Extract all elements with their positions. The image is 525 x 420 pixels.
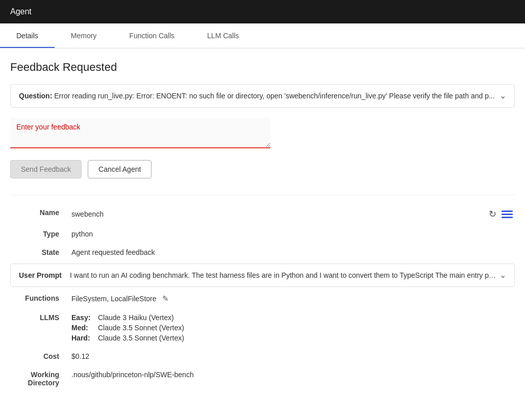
state-value: Agent requested feedback	[71, 248, 515, 256]
action-buttons: Send Feedback Cancel Agent	[10, 160, 515, 178]
working-dir-label: Working Directory	[10, 371, 71, 387]
app-header: Agent	[0, 0, 525, 23]
user-prompt-box[interactable]: User Prompt I want to run an AI coding b…	[10, 264, 515, 287]
user-prompt-text: I want to run an AI coding benchmark. Th…	[70, 271, 499, 279]
name-actions: ↻	[489, 208, 513, 220]
detail-functions-row: Functions FileSystem, LocalFileStore ✎	[10, 289, 515, 308]
feedback-input[interactable]	[10, 118, 270, 148]
detail-state-row: State Agent requested feedback	[10, 243, 515, 261]
refresh-icon[interactable]: ↻	[489, 208, 496, 220]
question-label: Question:	[19, 92, 52, 100]
name-value-container: swebench ↻	[71, 208, 515, 220]
name-label: Name	[10, 208, 71, 217]
llm-easy-label: Easy:	[71, 313, 94, 322]
llm-hard-row: Hard: Claude 3.5 Sonnet (Vertex)	[71, 334, 515, 342]
tab-bar: Details Memory Function Calls LLM Calls	[0, 23, 525, 48]
llm-easy-value: Claude 3 Haiku (Vertex)	[98, 313, 174, 322]
tab-function-calls[interactable]: Function Calls	[113, 23, 191, 48]
detail-llms-row: LLMS Easy: Claude 3 Haiku (Vertex) Med: …	[10, 308, 515, 347]
detail-type-row: Type python	[10, 225, 515, 243]
tab-details[interactable]: Details	[0, 23, 55, 48]
send-feedback-button[interactable]: Send Feedback	[10, 160, 82, 178]
user-prompt-content: User Prompt I want to run an AI coding b…	[19, 271, 499, 279]
llm-med-row: Med: Claude 3.5 Sonnet (Vertex)	[71, 324, 515, 332]
menu-lines-icon[interactable]	[502, 211, 513, 218]
functions-value: FileSystem, LocalFileStore ✎	[71, 294, 515, 303]
edit-functions-icon[interactable]: ✎	[162, 294, 169, 303]
cost-value: $0.12	[71, 352, 515, 360]
app-title: Agent	[10, 7, 32, 16]
llms-label: LLMS	[10, 313, 71, 322]
user-prompt-chevron-icon: ⌄	[499, 271, 506, 279]
type-value: python	[71, 230, 515, 238]
name-value: swebench	[71, 210, 489, 218]
type-label: Type	[10, 230, 71, 238]
detail-name-row: Name swebench ↻	[10, 203, 515, 225]
detail-cost-row: Cost $0.12	[10, 347, 515, 365]
user-prompt-label: User Prompt	[19, 271, 62, 279]
llm-hard-label: Hard:	[71, 334, 94, 342]
llm-med-label: Med:	[71, 324, 94, 332]
cancel-agent-button[interactable]: Cancel Agent	[88, 160, 152, 178]
llms-block: Easy: Claude 3 Haiku (Vertex) Med: Claud…	[71, 313, 515, 342]
cost-label: Cost	[10, 352, 71, 360]
llm-hard-value: Claude 3.5 Sonnet (Vertex)	[98, 334, 184, 342]
functions-label: Functions	[10, 294, 71, 302]
main-content: Feedback Requested Question: Error readi…	[0, 48, 525, 404]
question-text: Question: Error reading run_live.py: Err…	[19, 92, 499, 100]
chevron-down-icon: ⌄	[499, 92, 506, 100]
state-label: State	[10, 248, 71, 256]
tab-llm-calls[interactable]: LLM Calls	[191, 23, 255, 48]
llms-value: Easy: Claude 3 Haiku (Vertex) Med: Claud…	[71, 313, 515, 342]
working-dir-value: .nous/github/princeton-nlp/SWE-bench	[71, 371, 515, 379]
question-value: Error reading run_live.py: Error: ENOENT…	[52, 92, 494, 100]
detail-working-dir-row: Working Directory .nous/github/princeton…	[10, 365, 515, 392]
feedback-container	[10, 118, 270, 150]
llm-med-value: Claude 3.5 Sonnet (Vertex)	[98, 324, 184, 332]
page-title: Feedback Requested	[10, 61, 515, 74]
tab-memory[interactable]: Memory	[55, 23, 113, 48]
question-box[interactable]: Question: Error reading run_live.py: Err…	[10, 84, 515, 108]
details-section: Name swebench ↻ Type python State	[10, 195, 515, 392]
llm-easy-row: Easy: Claude 3 Haiku (Vertex)	[71, 313, 515, 322]
